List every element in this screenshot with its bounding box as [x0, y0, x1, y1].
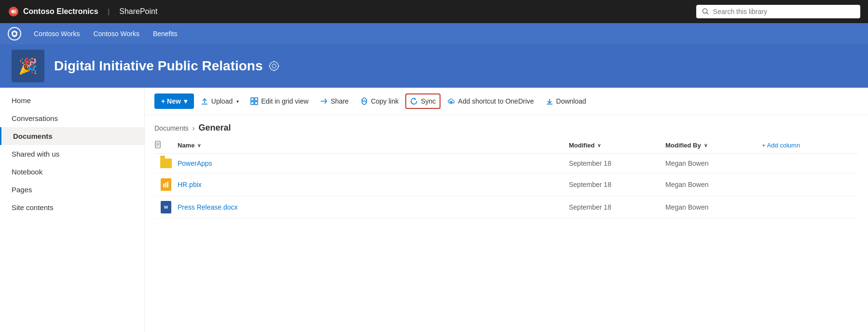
top-nav-bar: Contoso Electronics | SharePoint — [0, 0, 868, 23]
sub-nav: Contoso Works Contoso Works Benefits — [0, 23, 868, 44]
sidebar-item-sharedwithus[interactable]: Shared with us — [0, 145, 144, 163]
site-title-text: Digital Initiative Public Relations — [54, 58, 263, 74]
sync-button[interactable]: Sync — [405, 93, 441, 109]
site-nav-icon — [8, 27, 21, 40]
file-name-pressrelease[interactable]: Press Release.docx — [178, 203, 569, 211]
upload-label: Upload — [211, 97, 233, 105]
table-row: W Press Release.docx September 18 Megan … — [154, 196, 858, 219]
copy-link-button[interactable]: Copy link — [356, 93, 404, 109]
column-header-icon — [154, 141, 178, 149]
add-shortcut-label: Add shortcut to OneDrive — [458, 97, 534, 105]
search-box[interactable] — [696, 5, 860, 18]
file-author-pressrelease: Megan Bowen — [665, 203, 762, 211]
svg-point-1 — [703, 9, 707, 13]
grid-icon — [250, 97, 258, 105]
breadcrumb-separator: › — [193, 124, 195, 132]
download-label: Download — [556, 97, 586, 105]
subnav-item-contosoworks1[interactable]: Contoso Works — [29, 27, 84, 40]
document-column-icon — [154, 141, 162, 149]
shield-icon — [11, 30, 18, 38]
svg-rect-12 — [255, 98, 258, 101]
new-button-chevron: ▾ — [184, 97, 187, 105]
onedrive-icon — [447, 97, 455, 105]
column-header-modifiedby[interactable]: Modified By ∨ — [665, 141, 762, 149]
file-modified-hrpbix: September 18 — [569, 181, 665, 188]
sidebar-item-notebook[interactable]: Notebook — [0, 163, 144, 181]
download-button[interactable]: Download — [541, 93, 591, 109]
docx-label: W — [164, 205, 168, 210]
sidebar-item-home[interactable]: Home — [0, 92, 144, 109]
sidebar-item-pages[interactable]: Pages — [0, 181, 144, 199]
file-name-powerapps[interactable]: PowerApps — [178, 159, 569, 167]
svg-rect-21 — [163, 184, 165, 187]
file-list-header: Name ∨ Modified ∨ Modified By ∨ + Add co… — [154, 137, 858, 154]
new-button[interactable]: + New ▾ — [154, 93, 194, 109]
new-button-label: + New — [161, 97, 181, 105]
app-name-label: Contoso Electronics — [23, 7, 98, 16]
upload-icon — [201, 97, 208, 105]
share-button[interactable]: Share — [315, 93, 353, 109]
table-row: HR.pbix September 18 Megan Bowen — [154, 173, 858, 196]
svg-point-3 — [13, 32, 16, 35]
search-icon — [702, 8, 709, 15]
link-icon — [360, 97, 368, 105]
powerbi-icon — [163, 181, 169, 188]
site-logo-box: 🎉 — [12, 50, 44, 82]
svg-point-4 — [272, 64, 276, 68]
svg-point-5 — [270, 62, 278, 70]
pbix-icon — [161, 178, 171, 191]
file-modified-pressrelease: September 18 — [569, 203, 665, 211]
sync-label: Sync — [421, 97, 436, 105]
svg-rect-11 — [251, 98, 254, 101]
site-settings-icon[interactable] — [269, 61, 279, 71]
edit-grid-label: Edit in grid view — [261, 97, 308, 105]
download-icon — [546, 97, 553, 105]
share-icon — [320, 97, 328, 105]
modified-sort-icon: ∨ — [597, 143, 601, 148]
add-shortcut-button[interactable]: Add shortcut to OneDrive — [442, 93, 538, 109]
file-author-powerapps: Megan Bowen — [665, 159, 762, 167]
content-area: + New ▾ Upload ▾ Edit in — [145, 88, 868, 332]
copy-link-label: Copy link — [371, 97, 399, 105]
folder-icon — [160, 159, 172, 168]
svg-rect-13 — [251, 102, 254, 105]
column-header-name[interactable]: Name ∨ — [178, 141, 569, 149]
file-icon-cell: W — [154, 201, 178, 213]
file-author-hrpbix: Megan Bowen — [665, 181, 762, 188]
main-layout: Home Conversations Documents Shared with… — [0, 88, 868, 332]
app-logo[interactable]: Contoso Electronics — [8, 6, 98, 17]
sidebar-item-conversations[interactable]: Conversations — [0, 109, 144, 127]
sidebar: Home Conversations Documents Shared with… — [0, 88, 145, 332]
file-list: Name ∨ Modified ∨ Modified By ∨ + Add co… — [145, 137, 868, 219]
add-column-button[interactable]: + Add column — [762, 141, 858, 149]
svg-line-2 — [707, 13, 708, 14]
toolbar: + New ▾ Upload ▾ Edit in — [145, 88, 868, 115]
sidebar-item-sitecontents[interactable]: Site contents — [0, 199, 144, 216]
file-modified-powerapps: September 18 — [569, 159, 665, 167]
docx-icon: W — [161, 201, 171, 213]
site-logo-emoji: 🎉 — [18, 57, 38, 75]
sharepoint-label: SharePoint — [119, 7, 157, 16]
breadcrumb: Documents › General — [145, 115, 868, 137]
breadcrumb-parent[interactable]: Documents — [154, 124, 189, 132]
site-title: Digital Initiative Public Relations — [54, 58, 279, 74]
svg-rect-14 — [255, 102, 258, 105]
file-icon-cell — [154, 159, 178, 168]
edit-grid-button[interactable]: Edit in grid view — [246, 93, 313, 109]
table-row: PowerApps September 18 Megan Bowen — [154, 154, 858, 173]
upload-chevron: ▾ — [236, 99, 239, 104]
sidebar-item-documents[interactable]: Documents — [0, 127, 144, 145]
nav-separator: | — [108, 8, 110, 15]
top-nav-left: Contoso Electronics | SharePoint — [8, 6, 157, 17]
upload-button[interactable]: Upload ▾ — [196, 93, 244, 109]
column-header-modified[interactable]: Modified ∨ — [569, 141, 665, 149]
file-name-hrpbix[interactable]: HR.pbix — [178, 181, 569, 188]
name-sort-icon: ∨ — [197, 143, 201, 148]
search-input[interactable] — [713, 8, 854, 15]
subnav-item-benefits[interactable]: Benefits — [148, 27, 182, 40]
breadcrumb-current: General — [198, 123, 231, 133]
subnav-item-contosoworks2[interactable]: Contoso Works — [88, 27, 144, 40]
contoso-logo-icon — [8, 6, 19, 17]
svg-rect-22 — [165, 183, 166, 187]
site-header: 🎉 Digital Initiative Public Relations — [0, 44, 868, 88]
